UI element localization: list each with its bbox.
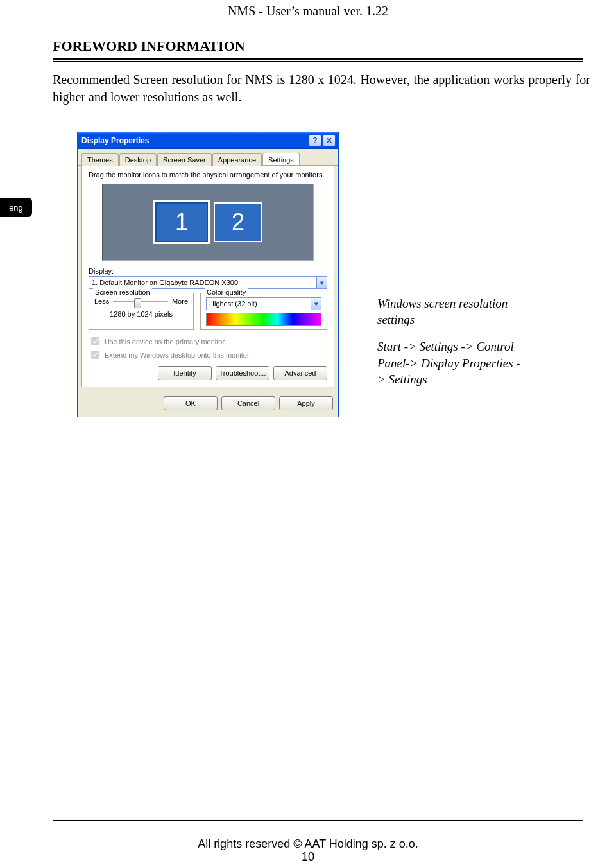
monitor-arrangement[interactable]: 1 2 [102, 184, 314, 261]
figure-caption: Windows screen resolution settings Start… [377, 295, 525, 398]
language-tab[interactable]: eng [0, 198, 32, 217]
body-paragraph: Recommended Screen resolution for NMS is… [53, 71, 590, 106]
tab-settings[interactable]: Settings [262, 153, 300, 165]
ok-button[interactable]: OK [164, 396, 218, 410]
tab-panel-settings: Drag the monitor icons to match the phys… [81, 166, 334, 387]
resolution-readout: 1280 by 1024 pixels [94, 310, 188, 318]
tab-appearance[interactable]: Appearance [212, 153, 262, 166]
caption-line-2: Start -> Settings -> Control Panel-> Dis… [377, 338, 525, 388]
identify-button[interactable]: Identify [158, 366, 212, 380]
extend-desktop-checkbox [91, 351, 99, 359]
monitor-1[interactable]: 1 [153, 200, 210, 244]
dialog-title: Display Properties [81, 136, 307, 145]
dialog-titlebar[interactable]: Display Properties ? ✕ [78, 132, 338, 149]
tab-themes[interactable]: Themes [81, 153, 119, 166]
caption-line-1: Windows screen resolution settings [377, 295, 525, 328]
monitor-options: Use this device as the primary monitor. … [89, 335, 327, 361]
monitor-2[interactable]: 2 [214, 202, 262, 242]
primary-monitor-label: Use this device as the primary monitor. [105, 338, 227, 345]
resolution-slider[interactable]: Less More [94, 297, 188, 305]
section-title: FOREWORD INFORMATION [53, 38, 616, 55]
page-header: NMS - User’s manual ver. 1.22 [0, 0, 616, 19]
color-gradient [206, 313, 321, 326]
section-rule [53, 58, 583, 62]
page-number: 10 [0, 850, 616, 864]
slider-less-label: Less [94, 297, 109, 305]
extend-desktop-label: Extend my Windows desktop onto this moni… [105, 351, 251, 359]
advanced-button[interactable]: Advanced [273, 366, 327, 380]
tab-desktop[interactable]: Desktop [119, 153, 157, 166]
display-value: 1. Default Monitor on Gigabyte RADEON X3… [92, 279, 238, 286]
close-button[interactable]: ✕ [323, 135, 336, 146]
screen-resolution-group: Less More 1280 by 1024 pixels [89, 293, 194, 330]
tab-strip: Themes Desktop Screen Saver Appearance S… [78, 149, 338, 166]
display-properties-dialog: Display Properties ? ✕ Themes Desktop Sc… [77, 132, 339, 417]
cancel-button[interactable]: Cancel [221, 396, 275, 410]
slider-more-label: More [172, 297, 188, 305]
apply-button[interactable]: Apply [279, 396, 333, 410]
footer-rule [53, 820, 583, 821]
chevron-down-icon[interactable]: ▾ [316, 277, 327, 288]
display-label: Display: [89, 267, 327, 275]
display-combo[interactable]: 1. Default Monitor on Gigabyte RADEON X3… [89, 276, 327, 289]
color-quality-group: Highest (32 bit) ▾ [200, 293, 327, 330]
tab-screen-saver[interactable]: Screen Saver [157, 153, 212, 166]
chevron-down-icon[interactable]: ▾ [311, 298, 321, 310]
help-button[interactable]: ? [309, 135, 321, 146]
arrangement-hint: Drag the monitor icons to match the phys… [89, 171, 327, 179]
color-quality-combo[interactable]: Highest (32 bit) ▾ [206, 297, 321, 310]
footer-copyright: All rights reserved © AAT Holding sp. z … [0, 837, 616, 851]
primary-monitor-checkbox [91, 337, 99, 345]
color-quality-value: Highest (32 bit) [209, 300, 257, 308]
troubleshoot-button[interactable]: Troubleshoot... [216, 366, 270, 380]
slider-track[interactable] [113, 301, 168, 302]
